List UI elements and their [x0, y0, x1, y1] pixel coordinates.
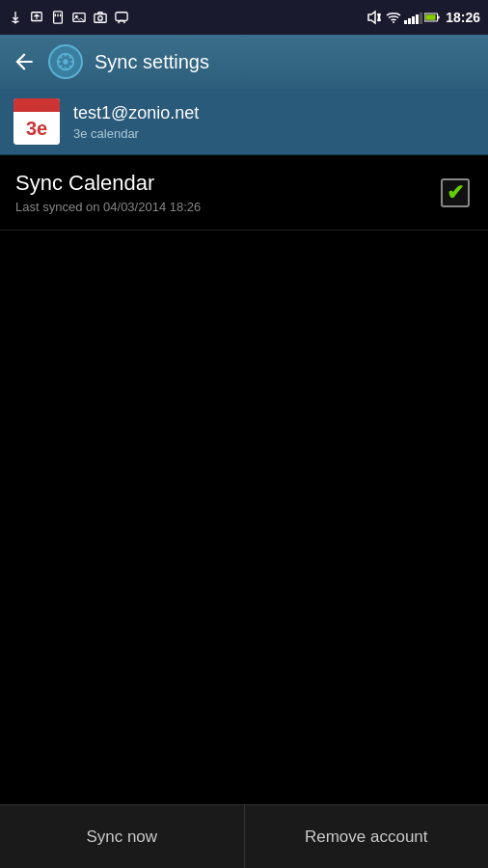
sync-last-synced: Last synced on 04/03/2014 18:26	[15, 200, 201, 214]
sync-now-label: Sync now	[86, 827, 157, 847]
status-bar: 18:26	[0, 0, 488, 35]
battery-icon	[424, 10, 440, 25]
camera-icon	[93, 10, 108, 25]
usb-icon	[8, 10, 23, 25]
nav-bar: Sync settings	[0, 35, 488, 89]
page-title: Sync settings	[95, 51, 209, 73]
status-bar-right: 18:26	[366, 10, 480, 25]
account-info: test1@zonio.net 3e calendar	[73, 103, 199, 141]
svg-point-9	[98, 16, 102, 20]
svg-rect-16	[425, 14, 435, 20]
calendar-icon-body: 3e	[14, 112, 60, 145]
mute-icon	[366, 10, 382, 25]
image-icon	[71, 10, 87, 25]
status-bar-left	[8, 10, 129, 25]
remove-account-button[interactable]: Remove account	[245, 805, 489, 868]
calendar-icon-header	[14, 98, 60, 112]
checkmark-icon: ✔	[447, 182, 464, 203]
sync-calendar-row: Sync Calendar Last synced on 04/03/2014 …	[0, 155, 488, 231]
bottom-action-bar: Sync now Remove account	[0, 804, 488, 868]
sync-checkbox-container[interactable]: ✔	[438, 176, 473, 210]
signal-icon	[405, 10, 420, 25]
back-button[interactable]	[12, 49, 37, 74]
svg-point-13	[393, 21, 394, 23]
sync-info: Sync Calendar Last synced on 04/03/2014 …	[15, 171, 201, 214]
svg-rect-8	[95, 14, 106, 23]
svg-rect-2	[54, 12, 63, 23]
account-calendar-label: 3e calendar	[73, 126, 199, 141]
sync-calendar-title: Sync Calendar	[15, 171, 201, 196]
svg-rect-10	[116, 13, 127, 21]
sdcard-icon	[50, 10, 66, 25]
chat-icon	[114, 10, 129, 25]
sync-now-button[interactable]: Sync now	[0, 805, 245, 868]
wifi-icon	[386, 10, 401, 25]
main-content	[0, 231, 488, 811]
calendar-icon: 3e	[14, 98, 60, 145]
sync-settings-icon	[48, 44, 83, 79]
upload-icon	[29, 10, 44, 25]
status-time: 18:26	[446, 10, 480, 25]
svg-point-18	[63, 59, 68, 65]
account-email: test1@zonio.net	[73, 103, 199, 123]
svg-rect-15	[438, 15, 440, 18]
remove-account-label: Remove account	[305, 827, 428, 847]
sync-checkbox[interactable]: ✔	[441, 178, 470, 207]
svg-point-0	[14, 21, 17, 24]
account-row: 3e test1@zonio.net 3e calendar	[0, 89, 488, 155]
